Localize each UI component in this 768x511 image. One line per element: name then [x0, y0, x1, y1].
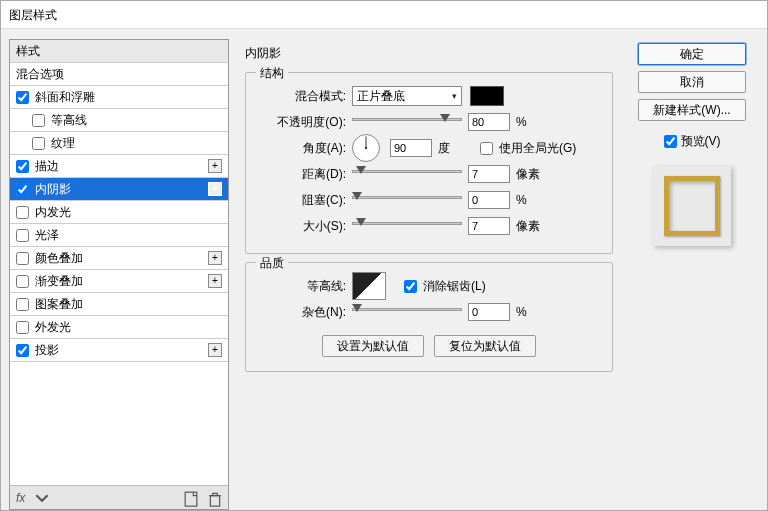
- sidebar-item-label: 外发光: [35, 319, 71, 336]
- svg-rect-0: [185, 492, 197, 506]
- sidebar-item-checkbox[interactable]: [16, 183, 29, 196]
- sidebar-item-10[interactable]: 外发光: [10, 316, 228, 339]
- preview-frame: [664, 176, 720, 236]
- blend-mode-select[interactable]: 正片叠底 ▾: [352, 86, 462, 106]
- antialias-checkbox[interactable]: [404, 280, 417, 293]
- angle-input[interactable]: [390, 139, 432, 157]
- dialog-title: 图层样式: [9, 8, 57, 22]
- styles-header[interactable]: 样式: [10, 40, 228, 63]
- settings-panel: 内阴影 结构 混合模式: 正片叠底 ▾ 不透明度(O): %: [237, 39, 617, 510]
- preview-label: 预览(V): [681, 133, 721, 150]
- choke-slider[interactable]: [352, 193, 462, 207]
- preview-toggle: 预览(V): [664, 133, 721, 150]
- angle-dial[interactable]: [352, 134, 380, 162]
- preview-checkbox[interactable]: [664, 135, 677, 148]
- blend-options-row[interactable]: 混合选项: [10, 63, 228, 86]
- dropdown-arrows-icon: ▾: [452, 91, 457, 101]
- sidebar-item-checkbox[interactable]: [16, 160, 29, 173]
- sidebar-item-label: 投影: [35, 342, 59, 359]
- blend-mode-value: 正片叠底: [357, 88, 405, 105]
- sidebar-item-label: 等高线: [51, 112, 87, 129]
- sidebar-item-label: 渐变叠加: [35, 273, 83, 290]
- plus-icon[interactable]: +: [208, 274, 222, 288]
- panel-title: 内阴影: [237, 45, 617, 62]
- blend-mode-label: 混合模式:: [258, 88, 346, 105]
- sidebar-item-2[interactable]: 纹理: [10, 132, 228, 155]
- blend-mode-row: 混合模式: 正片叠底 ▾: [258, 83, 600, 109]
- sidebar-item-checkbox[interactable]: [32, 114, 45, 127]
- color-swatch[interactable]: [470, 86, 504, 106]
- noise-slider[interactable]: [352, 305, 462, 319]
- noise-label: 杂色(N):: [258, 304, 346, 321]
- sidebar-item-5[interactable]: 内发光: [10, 201, 228, 224]
- trash-icon[interactable]: [208, 491, 222, 505]
- contour-picker[interactable]: [352, 272, 386, 300]
- choke-label: 阻塞(C):: [258, 192, 346, 209]
- sidebar-item-9[interactable]: 图案叠加: [10, 293, 228, 316]
- sidebar-item-4[interactable]: 内阴影+: [10, 178, 228, 201]
- global-light-checkbox[interactable]: [480, 142, 493, 155]
- sidebar-item-checkbox[interactable]: [16, 252, 29, 265]
- sidebar-item-8[interactable]: 渐变叠加+: [10, 270, 228, 293]
- opacity-slider[interactable]: [352, 115, 462, 129]
- distance-label: 距离(D):: [258, 166, 346, 183]
- distance-unit: 像素: [516, 166, 552, 183]
- styles-list: 样式 混合选项 斜面和浮雕等高线纹理描边+内阴影+内发光光泽颜色叠加+渐变叠加+…: [10, 40, 228, 485]
- sidebar-item-label: 内发光: [35, 204, 71, 221]
- distance-input[interactable]: [468, 165, 510, 183]
- structure-fieldset: 结构 混合模式: 正片叠底 ▾ 不透明度(O): % 角度(A):: [245, 72, 613, 254]
- plus-icon[interactable]: +: [208, 343, 222, 357]
- opacity-row: 不透明度(O): %: [258, 109, 600, 135]
- angle-unit: 度: [438, 140, 474, 157]
- preview-box: [653, 166, 731, 246]
- sidebar-item-checkbox[interactable]: [16, 321, 29, 334]
- right-panel: 确定 取消 新建样式(W)... 预览(V): [625, 39, 759, 510]
- sidebar-item-label: 内阴影: [35, 181, 71, 198]
- reset-default-button[interactable]: 复位为默认值: [434, 335, 536, 357]
- noise-row: 杂色(N): %: [258, 299, 600, 325]
- sidebar-footer: fx: [10, 485, 228, 509]
- sidebar-item-6[interactable]: 光泽: [10, 224, 228, 247]
- layer-style-dialog: 图层样式 样式 混合选项 斜面和浮雕等高线纹理描边+内阴影+内发光光泽颜色叠加+…: [0, 0, 768, 511]
- contour-row: 等高线: 消除锯齿(L): [258, 273, 600, 299]
- page-icon[interactable]: [184, 491, 198, 505]
- size-row: 大小(S): 像素: [258, 213, 600, 239]
- sidebar-item-checkbox[interactable]: [32, 137, 45, 150]
- sidebar-item-label: 图案叠加: [35, 296, 83, 313]
- new-style-button[interactable]: 新建样式(W)...: [638, 99, 746, 121]
- sidebar-item-7[interactable]: 颜色叠加+: [10, 247, 228, 270]
- sidebar-item-1[interactable]: 等高线: [10, 109, 228, 132]
- plus-icon[interactable]: +: [208, 182, 222, 196]
- angle-label: 角度(A):: [258, 140, 346, 157]
- plus-icon[interactable]: +: [208, 251, 222, 265]
- fx-label[interactable]: fx: [16, 491, 25, 505]
- antialias-label: 消除锯齿(L): [423, 278, 486, 295]
- make-default-button[interactable]: 设置为默认值: [322, 335, 424, 357]
- noise-unit: %: [516, 305, 552, 319]
- sidebar-item-checkbox[interactable]: [16, 206, 29, 219]
- sidebar-item-checkbox[interactable]: [16, 91, 29, 104]
- structure-legend: 结构: [256, 65, 288, 82]
- choke-row: 阻塞(C): %: [258, 187, 600, 213]
- choke-input[interactable]: [468, 191, 510, 209]
- dialog-body: 样式 混合选项 斜面和浮雕等高线纹理描边+内阴影+内发光光泽颜色叠加+渐变叠加+…: [1, 29, 767, 510]
- chevron-down-icon[interactable]: [35, 491, 49, 505]
- sidebar-item-checkbox[interactable]: [16, 298, 29, 311]
- opacity-input[interactable]: [468, 113, 510, 131]
- size-input[interactable]: [468, 217, 510, 235]
- sidebar-item-0[interactable]: 斜面和浮雕: [10, 86, 228, 109]
- sidebar-item-11[interactable]: 投影+: [10, 339, 228, 362]
- size-slider[interactable]: [352, 219, 462, 233]
- noise-input[interactable]: [468, 303, 510, 321]
- sidebar-item-checkbox[interactable]: [16, 229, 29, 242]
- distance-slider[interactable]: [352, 167, 462, 181]
- plus-icon[interactable]: +: [208, 159, 222, 173]
- distance-row: 距离(D): 像素: [258, 161, 600, 187]
- ok-button[interactable]: 确定: [638, 43, 746, 65]
- size-label: 大小(S):: [258, 218, 346, 235]
- global-light-label: 使用全局光(G): [499, 140, 576, 157]
- sidebar-item-checkbox[interactable]: [16, 275, 29, 288]
- cancel-button[interactable]: 取消: [638, 71, 746, 93]
- sidebar-item-3[interactable]: 描边+: [10, 155, 228, 178]
- sidebar-item-checkbox[interactable]: [16, 344, 29, 357]
